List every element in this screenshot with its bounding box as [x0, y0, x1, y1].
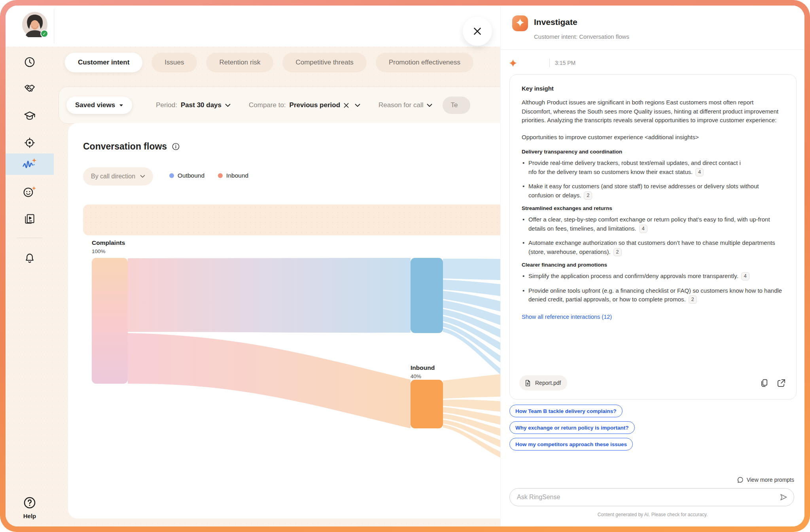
share-button[interactable]	[777, 379, 786, 388]
chart-legend: Outbound Inbound	[169, 172, 248, 179]
copy-icon	[760, 379, 769, 388]
insight-bullet: Provide real-time delivery trackers, rob…	[522, 159, 784, 176]
tab-label: Promotion effectiveness	[389, 59, 460, 66]
message-actions	[760, 379, 786, 388]
insight-section-title: Delivery transparency and coordination	[522, 149, 784, 155]
period-filter[interactable]: Period: Past 30 days	[156, 101, 231, 109]
timestamp-divider	[549, 59, 550, 67]
period-value: Past 30 days	[181, 101, 221, 109]
reference-count-badge[interactable]: 2	[613, 248, 622, 256]
sidebar-item-goals[interactable]	[6, 132, 54, 153]
attachment-chip[interactable]: Report.pdf	[519, 375, 567, 390]
bullet-text: Simplify the application process and con…	[528, 273, 738, 279]
sidebar-item-sentiment[interactable]	[6, 181, 54, 203]
prompt-chip-label: How my competitors approach these issues	[515, 441, 627, 447]
ask-ringsense-input[interactable]	[517, 494, 779, 501]
panel-divider	[501, 49, 804, 50]
send-button[interactable]	[779, 492, 788, 502]
content-area: Customer intent Issues Retention risk Co…	[54, 47, 500, 526]
sidebar-item-learning[interactable]	[6, 105, 54, 127]
group-by-select[interactable]: By call direction	[83, 167, 153, 186]
prompt-chip-1[interactable]: How Team B tackle delivery complains?	[509, 405, 623, 417]
teams-filter-partial[interactable]: Te	[443, 97, 470, 114]
waveform-sparkle-icon	[22, 157, 37, 171]
show-all-references-link[interactable]: Show all reference interactions (12)	[522, 314, 612, 320]
sidebar-item-history[interactable]	[6, 51, 54, 73]
help-button[interactable]: Help	[6, 496, 54, 519]
reference-count-badge[interactable]: 2	[584, 191, 592, 200]
close-button[interactable]	[463, 17, 492, 46]
teams-filter-label: Te	[450, 101, 458, 109]
insight-card: Key insight Although Product issues are …	[509, 74, 797, 399]
tab-promotion-effectiveness[interactable]: Promotion effectiveness	[376, 53, 473, 72]
insight-intro: Although Product issues are significant …	[522, 98, 784, 125]
saved-views-label: Saved views	[75, 101, 115, 109]
insight-section-title: Clearer financing and promotions	[522, 262, 784, 268]
bullet-text: Provide real-time delivery trackers, rob…	[528, 159, 741, 175]
smiley-sparkle-icon	[23, 186, 37, 198]
reference-count-badge[interactable]: 4	[639, 225, 647, 233]
attachment-name: Report.pdf	[535, 380, 561, 386]
chevron-down-icon	[427, 104, 432, 107]
legend-label: Outbound	[178, 172, 204, 179]
sankey-node-inbound[interactable]	[411, 380, 443, 428]
avatar-status-badge: ✓	[40, 30, 48, 38]
chevron-down-icon	[225, 104, 231, 107]
outbound-dot-icon	[169, 173, 174, 178]
help-label: Help	[6, 513, 54, 519]
saved-views-button[interactable]: Saved views	[66, 97, 132, 114]
info-icon[interactable]	[172, 142, 180, 151]
reference-count-badge[interactable]: 2	[689, 295, 697, 304]
panel-subtitle: Customer intent: Conversation flows	[534, 33, 629, 40]
prompt-chip-label: Why exchange or return policy is importa…	[515, 425, 629, 431]
reference-count-badge[interactable]: 4	[695, 168, 704, 176]
sankey-link-complaints-blue[interactable]	[128, 258, 411, 333]
tab-issues[interactable]: Issues	[151, 53, 197, 72]
user-avatar[interactable]: ✓	[22, 12, 47, 37]
copy-button[interactable]	[760, 379, 769, 388]
x-close-icon	[472, 26, 483, 36]
document-download-icon	[524, 379, 532, 387]
legend-item-outbound: Outbound	[169, 172, 204, 179]
sankey-link-complaints-inbound[interactable]	[128, 333, 411, 428]
sidebar-item-deals[interactable]	[6, 78, 54, 100]
sankey-chart	[92, 258, 527, 479]
topbar: ✓	[6, 6, 500, 47]
prompt-chip-3[interactable]: How my competitors approach these issues	[509, 438, 633, 451]
sidebar-item-library[interactable]	[6, 208, 54, 229]
insight-section-title: Streamlined exchanges and returns	[522, 205, 784, 211]
ask-input-container	[509, 488, 794, 506]
investigate-panel: Investigate Customer intent: Conversatio…	[500, 6, 804, 526]
sidebar-divider	[17, 238, 43, 238]
prompt-chip-2[interactable]: Why exchange or return policy is importa…	[509, 421, 635, 434]
compare-filter[interactable]: Compare to: Previous period	[249, 101, 360, 109]
legend-item-inbound: Inbound	[218, 172, 248, 179]
tab-competitive-threats[interactable]: Competitive threats	[282, 53, 366, 72]
caret-down-icon	[119, 104, 123, 107]
sidebar-item-insights[interactable]	[6, 153, 54, 175]
sankey-node-blue[interactable]	[411, 258, 443, 333]
reason-for-call-filter[interactable]: Reason for call	[379, 101, 432, 109]
inbound-dot-icon	[218, 173, 223, 178]
investigate-app-icon	[512, 15, 528, 33]
sidebar-item-notifications[interactable]	[6, 248, 54, 269]
ai-disclaimer: Content generated by AI. Please check fo…	[501, 512, 804, 517]
panel-title: Investigate	[534, 17, 577, 27]
ai-sparkle-icon	[508, 59, 518, 70]
sankey-node-complaints[interactable]	[92, 258, 128, 384]
bullet-text: Automate exchange authorization so that …	[528, 239, 775, 255]
tab-bar: Customer intent Issues Retention risk Co…	[65, 53, 473, 72]
handshake-icon	[23, 83, 36, 95]
main-area: ✓	[6, 6, 500, 526]
app-window: ✓	[6, 6, 804, 526]
tab-label: Customer intent	[78, 59, 129, 66]
view-more-prompts-button[interactable]: View more prompts	[737, 476, 794, 483]
chevron-down-icon	[140, 175, 145, 178]
insight-heading: Key insight	[522, 85, 784, 92]
x-remove-icon[interactable]	[344, 103, 349, 108]
tab-retention-risk[interactable]: Retention risk	[206, 53, 273, 72]
reference-count-badge[interactable]: 4	[741, 272, 749, 280]
view-more-label: View more prompts	[747, 477, 794, 483]
tab-customer-intent[interactable]: Customer intent	[65, 53, 142, 72]
chart-title: Conversation flows	[83, 141, 167, 152]
